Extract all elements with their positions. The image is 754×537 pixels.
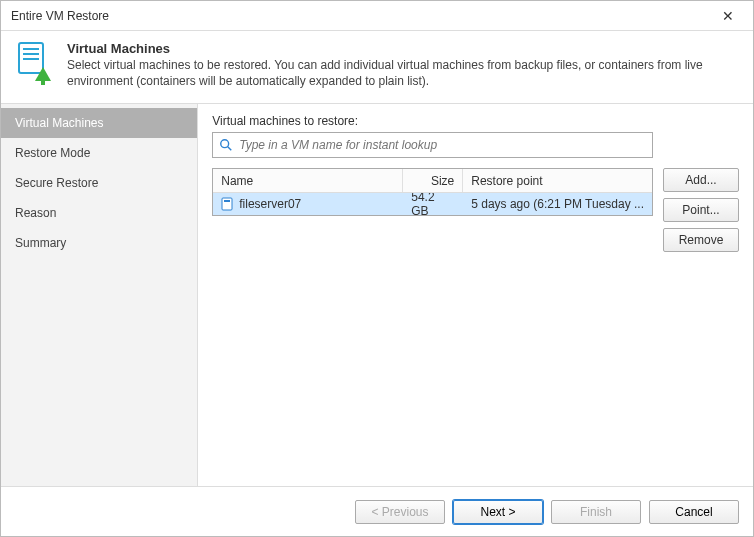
sidebar-item-label: Summary [15, 236, 66, 250]
search-box[interactable] [212, 132, 653, 158]
point-button[interactable]: Point... [663, 198, 739, 222]
sidebar-item-secure-restore[interactable]: Secure Restore [1, 168, 197, 198]
remove-button[interactable]: Remove [663, 228, 739, 252]
svg-rect-7 [222, 198, 232, 210]
sidebar-item-restore-mode[interactable]: Restore Mode [1, 138, 197, 168]
search-input[interactable] [239, 138, 646, 152]
window-title: Entire VM Restore [11, 9, 713, 23]
sidebar-item-label: Reason [15, 206, 56, 220]
header-title: Virtual Machines [67, 41, 739, 56]
svg-rect-4 [41, 77, 45, 85]
main-label: Virtual machines to restore: [212, 114, 739, 128]
svg-line-6 [228, 147, 232, 151]
cell-size: 54.2 GB [411, 193, 455, 215]
add-button[interactable]: Add... [663, 168, 739, 192]
previous-button[interactable]: < Previous [355, 500, 445, 524]
vm-grid: Name Size Restore point [212, 168, 653, 216]
column-header-name[interactable]: Name [213, 169, 403, 192]
cell-restore-point: 5 days ago (6:21 PM Tuesday ... [471, 197, 644, 211]
table-row[interactable]: fileserver07 54.2 GB 5 days ago (6:21 PM… [213, 193, 652, 215]
header-text: Virtual Machines Select virtual machines… [67, 41, 739, 89]
titlebar: Entire VM Restore ✕ [1, 1, 753, 31]
sidebar-item-summary[interactable]: Summary [1, 228, 197, 258]
sidebar-item-label: Restore Mode [15, 146, 90, 160]
header-description: Select virtual machines to be restored. … [67, 58, 739, 89]
grid-rows: fileserver07 54.2 GB 5 days ago (6:21 PM… [213, 193, 652, 215]
svg-point-5 [221, 140, 229, 148]
svg-rect-8 [224, 200, 230, 202]
restore-wizard-icon [15, 41, 55, 85]
button-column: Add... Point... Remove [663, 132, 739, 252]
sidebar: Virtual Machines Restore Mode Secure Res… [1, 104, 198, 486]
body: Virtual Machines Restore Mode Secure Res… [1, 103, 753, 486]
close-button[interactable]: ✕ [713, 8, 743, 24]
grid-header: Name Size Restore point [213, 169, 652, 193]
next-button[interactable]: Next > [453, 500, 543, 524]
sidebar-item-label: Secure Restore [15, 176, 98, 190]
sidebar-item-label: Virtual Machines [15, 116, 104, 130]
sidebar-item-virtual-machines[interactable]: Virtual Machines [1, 108, 197, 138]
search-icon [219, 138, 233, 152]
cell-name: fileserver07 [239, 197, 301, 211]
finish-button[interactable]: Finish [551, 500, 641, 524]
header: Virtual Machines Select virtual machines… [1, 31, 753, 103]
main-panel: Virtual machines to restore: Name Size [198, 104, 753, 486]
column-header-size[interactable]: Size [403, 169, 463, 192]
column-header-restore-point[interactable]: Restore point [463, 169, 652, 192]
cancel-button[interactable]: Cancel [649, 500, 739, 524]
vm-icon [221, 197, 233, 211]
window: Entire VM Restore ✕ Virtual Machines Sel… [0, 0, 754, 537]
footer: < Previous Next > Finish Cancel [1, 486, 753, 536]
sidebar-item-reason[interactable]: Reason [1, 198, 197, 228]
